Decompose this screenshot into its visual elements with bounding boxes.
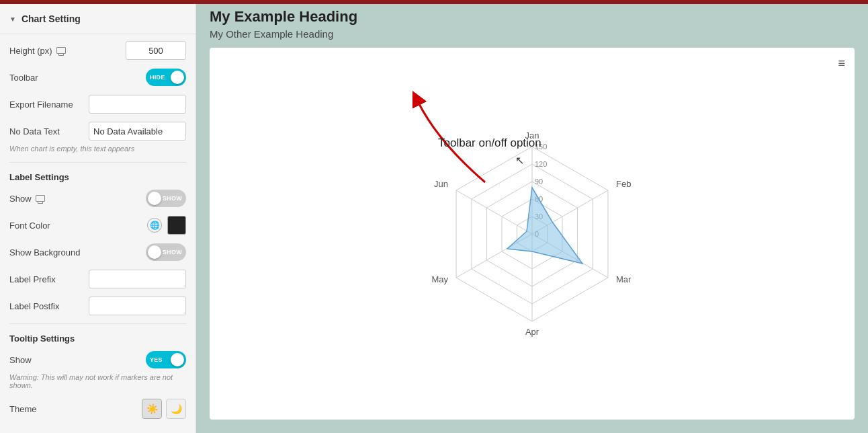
label-prefix-label: Label Prefix [9, 274, 56, 284]
label-show-toggle[interactable]: SHOW [146, 190, 186, 207]
svg-text:May: May [431, 274, 448, 284]
color-swatch[interactable] [167, 216, 186, 235]
svg-text:Jan: Jan [525, 130, 539, 141]
toolbar-row: Toolbar HIDE [9, 68, 186, 87]
tooltip-show-label: Show [9, 355, 32, 365]
label-show-row: Show SHOW [9, 189, 186, 208]
tooltip-settings-title: Tooltip Settings [9, 333, 186, 344]
label-prefix-row: Label Prefix [9, 270, 186, 288]
section-title: Chart Setting [21, 13, 81, 24]
divider-2 [9, 323, 186, 324]
label-prefix-input[interactable] [89, 270, 186, 288]
svg-text:150: 150 [535, 143, 547, 151]
show-background-label: Show Background [9, 247, 81, 258]
divider-1 [9, 162, 186, 163]
chevron-icon: ▼ [9, 15, 16, 23]
tooltip-show-row: Show YES [9, 350, 186, 369]
tooltip-show-toggle-label: YES [150, 356, 163, 363]
no-data-hint: When chart is empty, this text appears [9, 145, 186, 153]
label-postfix-label: Label Postfix [9, 301, 59, 311]
toolbar-label: Toolbar [9, 73, 38, 83]
show-background-row: Show Background SHOW [9, 243, 186, 262]
theme-row: Theme ☀️ 🌙 [9, 399, 186, 419]
no-data-text-row: No Data Text [9, 122, 186, 141]
label-show-toggle-label: SHOW [163, 195, 182, 202]
no-data-text-label: No Data Text [9, 126, 60, 136]
svg-text:120: 120 [535, 160, 547, 168]
chart-heading: My Example Heading [210, 8, 855, 26]
theme-buttons: ☀️ 🌙 [142, 399, 186, 419]
height-label: Height (px) [9, 46, 66, 56]
show-background-toggle-label: SHOW [163, 249, 182, 255]
svg-marker-23 [507, 188, 582, 264]
svg-text:Apr: Apr [525, 327, 539, 337]
theme-label: Theme [9, 404, 36, 414]
toolbar-toggle-label: HIDE [150, 74, 165, 81]
theme-dark-button[interactable]: 🌙 [166, 399, 186, 419]
right-panel: My Example Heading My Other Example Head… [196, 0, 868, 433]
theme-light-button[interactable]: ☀️ [142, 399, 162, 419]
no-data-text-input[interactable] [89, 122, 186, 141]
globe-icon[interactable]: 🌐 [147, 218, 162, 233]
font-color-row: Font Color 🌐 [9, 216, 186, 235]
label-postfix-row: Label Postfix [9, 297, 186, 315]
tooltip-show-toggle[interactable]: YES [146, 351, 186, 368]
label-postfix-input[interactable] [89, 297, 186, 315]
chart-menu-icon[interactable]: ≡ [838, 57, 845, 69]
top-bar [0, 0, 868, 4]
svg-text:90: 90 [535, 178, 543, 186]
font-color-label: Font Color [9, 221, 50, 231]
settings-body: Height (px) Toolbar HIDE Export Filename… [0, 34, 196, 433]
svg-text:Feb: Feb [616, 179, 631, 189]
label-show-label: Show [9, 194, 45, 204]
chart-container: ≡ .axis-line { stroke: #ccc; stroke-widt… [210, 48, 855, 420]
height-input[interactable] [126, 41, 186, 60]
toolbar-toggle[interactable]: HIDE [146, 69, 186, 86]
tooltip-show-knob [171, 353, 184, 366]
export-filename-input[interactable] [89, 95, 186, 114]
export-filename-label: Export Filename [9, 100, 73, 110]
export-filename-row: Export Filename [9, 95, 186, 114]
svg-line-10 [456, 190, 532, 234]
chart-setting-header[interactable]: ▼ Chart Setting [0, 4, 196, 34]
show-background-knob [148, 245, 161, 259]
monitor-icon [56, 47, 66, 54]
left-panel: ▼ Chart Setting Height (px) Toolbar HIDE… [0, 0, 196, 433]
label-settings-title: Label Settings [9, 172, 186, 182]
label-show-knob [148, 192, 161, 205]
height-row: Height (px) [9, 41, 186, 60]
svg-text:Mar: Mar [616, 274, 632, 284]
svg-text:Jun: Jun [434, 179, 448, 189]
radar-chart: .axis-line { stroke: #ccc; stroke-width:… [371, 86, 693, 382]
show-background-toggle[interactable]: SHOW [146, 243, 186, 261]
chart-subheading: My Other Example Heading [210, 28, 855, 40]
tooltip-warning: Warning: This will may not work if marke… [9, 373, 186, 389]
label-monitor-icon [36, 195, 45, 202]
toolbar-toggle-knob [171, 71, 184, 84]
font-color-controls: 🌐 [147, 216, 186, 235]
